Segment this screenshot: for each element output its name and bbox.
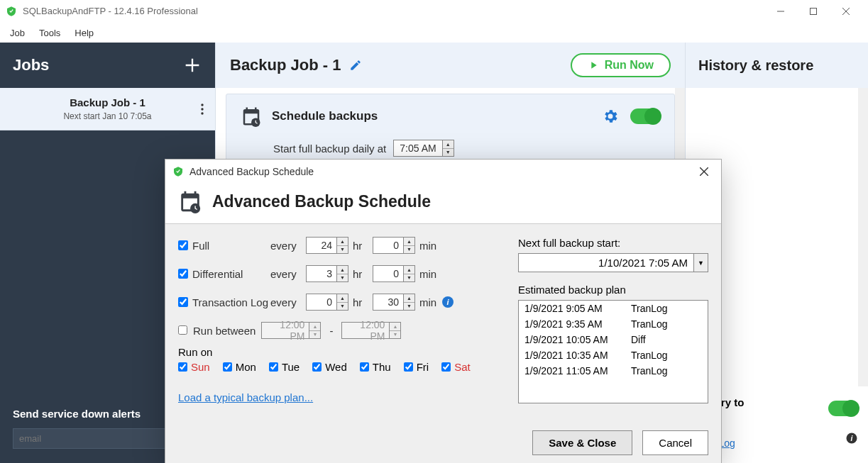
plan-row: 1/9/2021 9:05 AMTranLog: [519, 301, 708, 316]
add-job-button[interactable]: [182, 55, 202, 75]
advanced-schedule-dialog: Advanced Backup Schedule Advanced Backup…: [165, 159, 722, 463]
menu-help[interactable]: Help: [67, 25, 101, 41]
history-scrollbar[interactable]: [858, 88, 868, 386]
dialog-header: Advanced Backup Schedule: [212, 192, 431, 211]
dialog-calendar-icon: [178, 189, 202, 213]
run-now-label: Run Now: [605, 59, 654, 72]
daily-time-value: 7:05 AM: [394, 140, 441, 156]
runbetween-to[interactable]: 12:00 PM▲▼: [341, 322, 401, 339]
plan-row: 1/9/2021 9:35 AMTranLog: [519, 316, 708, 332]
schedule-settings-icon[interactable]: [602, 108, 619, 125]
chevron-down-icon[interactable]: ▼: [693, 254, 708, 272]
runbetween-from[interactable]: 12:00 PM▲▼: [261, 322, 321, 339]
svg-rect-1: [811, 8, 817, 14]
sidebar-title: Jobs: [13, 56, 49, 74]
titlebar: SQLBackupAndFTP - 12.4.16 Professional: [0, 0, 868, 23]
history-toggle[interactable]: [828, 401, 858, 416]
daily-label: Start full backup daily at: [273, 143, 386, 155]
window-title: SQLBackupAndFTP - 12.4.16 Professional: [23, 6, 764, 16]
job-menu-icon[interactable]: [197, 104, 208, 115]
diff-hr-input[interactable]: 3▲▼: [306, 265, 348, 282]
svg-point-5: [201, 108, 203, 110]
maximize-button[interactable]: [797, 0, 830, 23]
schedule-toggle[interactable]: [630, 108, 660, 124]
plan-row: 1/9/2021 11:05 AMTranLog: [519, 363, 708, 379]
runon-label: Run on: [178, 346, 497, 358]
tlog-hr-input[interactable]: 0▲▼: [306, 294, 348, 311]
save-close-button[interactable]: Save & Close: [532, 430, 632, 455]
edit-job-icon[interactable]: [349, 59, 362, 72]
day-sat[interactable]: Sat: [441, 361, 471, 373]
schedule-title: Schedule backups: [272, 109, 602, 123]
tlog-min-input[interactable]: 30▲▼: [373, 294, 415, 311]
day-thu[interactable]: Thu: [360, 361, 391, 373]
menubar: Job Tools Help: [0, 23, 868, 43]
run-now-button[interactable]: Run Now: [571, 53, 671, 77]
dialog-logo-icon: [172, 166, 184, 177]
svg-point-4: [201, 104, 203, 106]
cancel-button[interactable]: Cancel: [642, 430, 708, 455]
svg-point-6: [201, 112, 203, 114]
plan-row: 1/9/2021 10:35 AMTranLog: [519, 347, 708, 363]
time-spinner[interactable]: ▲▼: [442, 140, 454, 156]
daily-time-field[interactable]: 7:05 AM ▲▼: [393, 140, 454, 157]
next-backup-label: Next full backup start:: [518, 237, 708, 249]
tlog-checkbox[interactable]: Transaction Log: [178, 296, 270, 308]
day-fri[interactable]: Fri: [404, 361, 429, 373]
app-logo-icon: [6, 6, 17, 17]
menu-job[interactable]: Job: [3, 25, 32, 41]
day-wed[interactable]: Wed: [312, 361, 347, 373]
dialog-title: Advanced Backup Schedule: [189, 166, 694, 177]
schedule-card: Schedule backups Start full backup daily…: [226, 94, 675, 169]
dialog-close-button[interactable]: [694, 164, 714, 179]
minimize-button[interactable]: [764, 0, 797, 23]
tlog-info-icon[interactable]: i: [442, 296, 454, 308]
day-tue[interactable]: Tue: [269, 361, 300, 373]
next-backup-field[interactable]: 1/10/2021 7:05 AM ▼: [518, 253, 708, 272]
info-icon[interactable]: i: [845, 432, 858, 445]
full-hr-input[interactable]: 24▲▼: [306, 237, 348, 254]
job-name: Backup Job - 1: [13, 96, 202, 108]
menu-tools[interactable]: Tools: [32, 25, 67, 41]
full-min-input[interactable]: 0▲▼: [373, 237, 415, 254]
runbetween-checkbox[interactable]: Run between: [178, 325, 256, 337]
day-sun[interactable]: Sun: [178, 361, 210, 373]
diff-min-input[interactable]: 0▲▼: [373, 265, 415, 282]
content-title: Backup Job - 1: [230, 56, 341, 74]
diff-checkbox[interactable]: Differential: [178, 268, 270, 280]
calendar-icon: [241, 106, 262, 127]
close-button[interactable]: [830, 0, 862, 23]
load-plan-link[interactable]: Load a typical backup plan...: [178, 391, 313, 403]
job-next-start: Next start Jan 10 7:05a: [13, 111, 202, 121]
full-checkbox[interactable]: Full: [178, 240, 270, 252]
plan-label: Estimated backup plan: [518, 284, 708, 296]
plan-row: 1/9/2021 10:05 AMDiff: [519, 332, 708, 347]
day-mon[interactable]: Mon: [223, 361, 256, 373]
plan-list[interactable]: 1/9/2021 9:05 AMTranLog 1/9/2021 9:35 AM…: [518, 300, 708, 403]
history-title: History & restore: [698, 57, 813, 74]
sidebar-job-item[interactable]: Backup Job - 1 Next start Jan 10 7:05a: [0, 88, 215, 130]
